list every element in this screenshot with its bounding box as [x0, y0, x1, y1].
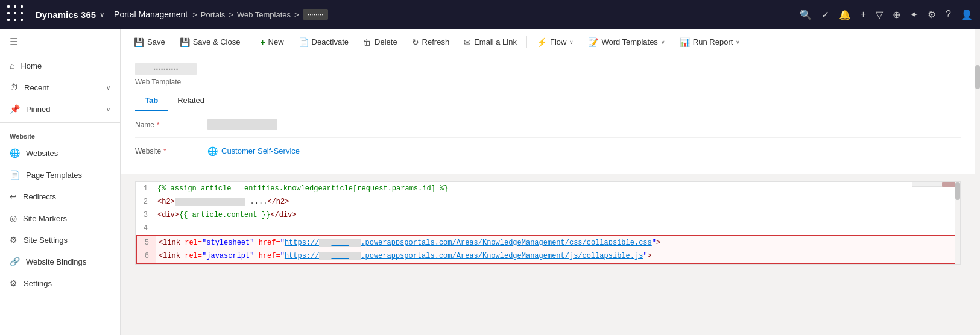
link-url-6[interactable]: https://····.powerappsportals.com/Areas/… [285, 252, 643, 260]
save-button[interactable]: 💾 Save [128, 34, 171, 51]
new-label: New [268, 37, 284, 46]
code-editor: 1 {% assign article = entities.knowledge… [135, 181, 961, 265]
line-content: {% assign article = entities.knowledgear… [155, 182, 960, 195]
website-field: Website * 🌐 Customer Self-Service [135, 138, 961, 164]
breadcrumb-sep2: > [229, 10, 233, 19]
code-line-3: 3 <div>{{ article.content }}</div> [136, 208, 960, 222]
sidebar-item-site-markers[interactable]: ◎ Site Markers [0, 207, 120, 229]
line-number: 5 [137, 236, 156, 249]
link-icon: 🔗 [10, 257, 20, 266]
name-value[interactable]: ·········· [207, 120, 961, 129]
top-navigation: Dynamics 365 ∨ Portal Management > Porta… [0, 0, 980, 29]
sidebar-item-label: Redirects [23, 192, 110, 201]
cmd-separator [250, 36, 250, 48]
sidebar-item-label: Site Settings [24, 236, 110, 245]
code-line-4: 4 [136, 222, 960, 235]
top-nav-actions: 🔍 ✓ 🔔 + ▽ ⊕ ✦ ⚙ ? 👤 [800, 9, 973, 20]
filter-icon[interactable]: ▽ [876, 9, 883, 20]
search-icon[interactable]: 🔍 [800, 9, 812, 20]
add-icon[interactable]: + [861, 9, 866, 20]
save-label: Save [147, 37, 165, 46]
tab-tab[interactable]: Tab [135, 91, 168, 111]
delete-label: Delete [375, 37, 397, 46]
content-area: 💾 Save 💾 Save & Close + New 📄 Deactivate… [121, 29, 975, 335]
home-icon: ⌂ [10, 61, 14, 70]
brand-chevron[interactable]: ∨ [100, 11, 104, 19]
hamburger-menu[interactable]: ☰ [0, 29, 120, 55]
notification-icon[interactable]: 🔔 [839, 9, 851, 20]
delete-button[interactable]: 🗑 Delete [357, 34, 403, 51]
word-templates-button[interactable]: 📝 Word Templates ∨ [582, 34, 671, 51]
line-content [155, 222, 960, 235]
word-label: Word Templates [601, 37, 657, 46]
save-close-icon: 💾 [180, 37, 190, 47]
breadcrumb-web-templates[interactable]: Web Templates [237, 10, 291, 19]
user-icon[interactable]: 👤 [961, 9, 973, 20]
deactivate-button[interactable]: 📄 Deactivate [292, 34, 355, 51]
sidebar-item-label: Websites [26, 149, 110, 158]
tab-related[interactable]: Related [168, 91, 214, 111]
save-close-button[interactable]: 💾 Save & Close [174, 34, 247, 51]
globe-icon: 🌐 [207, 146, 218, 156]
app-grid-icon[interactable] [7, 5, 26, 24]
form-header: ·········· Web Template Tab Related [121, 55, 975, 111]
globe-icon: 🌐 [10, 148, 20, 158]
marker-icon: ◎ [10, 213, 17, 223]
circle-plus-icon[interactable]: ⊕ [893, 9, 900, 20]
new-button[interactable]: + New [254, 34, 289, 51]
sidebar-item-website-bindings[interactable]: 🔗 Website Bindings [0, 251, 120, 272]
entity-type: Web Template [135, 78, 961, 86]
code-line-6: 6 <link rel="javascript" href="https://·… [137, 249, 959, 263]
editor-scroll-thumb [955, 182, 960, 200]
sparkle-icon[interactable]: ✦ [910, 9, 918, 20]
sidebar-item-redirects[interactable]: ↩ Redirects [0, 186, 120, 207]
breadcrumb: > Portals > Web Templates > ········ [192, 9, 328, 20]
form-body: Name * ·········· Website * 🌐 [121, 111, 975, 174]
sidebar-item-websites[interactable]: 🌐 Websites [0, 142, 120, 164]
website-value: 🌐 Customer Self-Service [207, 146, 961, 156]
line-number: 3 [136, 208, 155, 222]
save-close-label: Save & Close [193, 37, 241, 46]
breadcrumb-current: ········ [303, 9, 329, 20]
code-editor-content[interactable]: 1 {% assign article = entities.knowledge… [136, 182, 960, 264]
module-name: Portal Management [114, 10, 188, 19]
sidebar-item-pinned[interactable]: 📌 Pinned ∨ [0, 98, 120, 120]
line-number: 1 [136, 182, 155, 195]
breadcrumb-sep3: > [294, 10, 299, 19]
website-link[interactable]: 🌐 Customer Self-Service [207, 146, 961, 156]
help-icon[interactable]: ? [946, 9, 951, 20]
flow-button[interactable]: ⚡ Flow ∨ [531, 34, 580, 51]
editor-scrollbar[interactable] [955, 182, 960, 264]
sidebar-item-home[interactable]: ⌂ Home [0, 55, 120, 77]
editor-scrollbar-top [912, 182, 960, 187]
sidebar: ☰ ⌂ Home ⏱ Recent ∨ 📌 Pinned ∨ Website 🌐… [0, 29, 121, 335]
sidebar-item-label: Recent [24, 83, 100, 92]
flow-icon: ⚡ [537, 37, 547, 47]
brand-logo[interactable]: Dynamics 365 ∨ [36, 10, 104, 20]
line-number: 6 [137, 249, 156, 263]
sidebar-item-label: Site Markers [23, 214, 110, 223]
settings-icon[interactable]: ⚙ [928, 9, 936, 20]
refresh-button[interactable]: ↻ Refresh [406, 34, 456, 51]
run-report-button[interactable]: 📊 Run Report ∨ [674, 34, 746, 51]
link-url-5[interactable]: https://····.powerappsportals.com/Areas/… [285, 239, 652, 247]
word-icon: 📝 [588, 37, 598, 47]
sidebar-section-website: Website [0, 125, 120, 142]
page-scrollbar[interactable] [975, 29, 980, 335]
sidebar-item-settings[interactable]: ⚙ Settings [0, 272, 120, 294]
breadcrumb-portals[interactable]: Portals [201, 10, 225, 19]
email-link-button[interactable]: ✉ Email a Link [458, 34, 523, 51]
sidebar-item-site-settings[interactable]: ⚙ Site Settings [0, 229, 120, 251]
sidebar-item-recent[interactable]: ⏱ Recent ∨ [0, 77, 120, 98]
email-label: Email a Link [474, 37, 517, 46]
report-chevron: ∨ [736, 39, 740, 45]
deactivate-label: Deactivate [312, 37, 349, 46]
email-icon: ✉ [464, 37, 471, 47]
redirect-icon: ↩ [10, 192, 17, 201]
code-line-1: 1 {% assign article = entities.knowledge… [136, 182, 960, 195]
sidebar-item-page-templates[interactable]: 📄 Page Templates [0, 164, 120, 186]
sidebar-item-label: Home [21, 61, 110, 70]
check-icon[interactable]: ✓ [821, 9, 829, 20]
flow-chevron: ∨ [569, 39, 574, 45]
form-area: ·········· Web Template Tab Related Name… [121, 55, 975, 335]
